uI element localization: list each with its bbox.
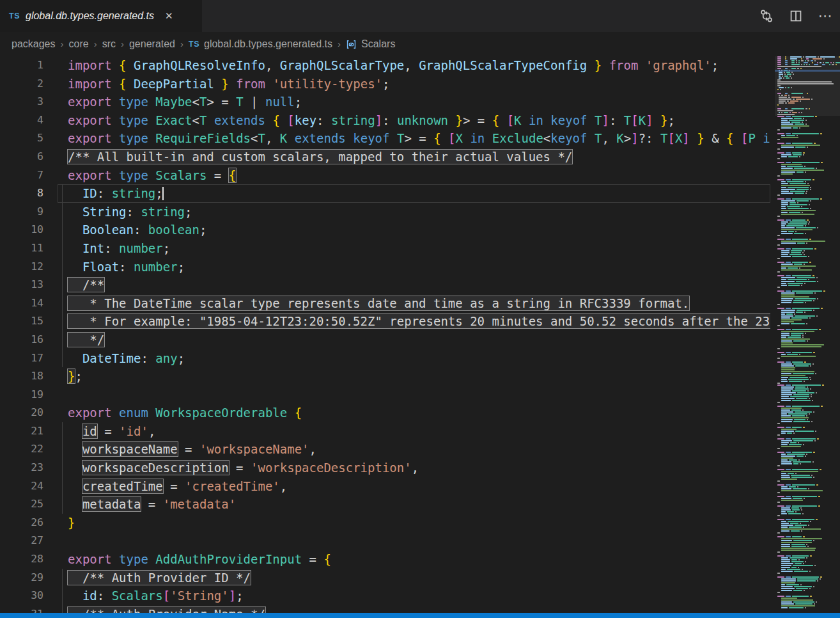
minimap-row (775, 398, 840, 399)
line-number[interactable]: 27 (0, 532, 58, 550)
code-line-27[interactable] (58, 532, 770, 550)
code-line-25[interactable]: metadata = 'metadata' (58, 495, 770, 514)
code-line-8[interactable]: ID: string; (58, 184, 770, 203)
text-cursor (162, 187, 164, 200)
code-line-4[interactable]: export type Exact<T extends { [key: stri… (58, 111, 770, 130)
line-number[interactable]: 21 (0, 422, 58, 441)
code-line-11[interactable]: Int: number; (58, 239, 770, 258)
code-line-15[interactable]: * For example: "1985-04-12T23:20:50.52Z"… (58, 312, 770, 331)
code-token: } (68, 516, 75, 530)
code-line-20[interactable]: export enum WorkspaceOrderable { (58, 404, 770, 422)
minimap-row (775, 292, 840, 294)
code-line-12[interactable]: Float: number; (58, 258, 770, 276)
line-number[interactable]: 15 (0, 312, 58, 331)
line-number[interactable]: 26 (0, 514, 58, 532)
code-line-17[interactable]: DateTime: any; (58, 349, 770, 368)
minimap-row (775, 108, 840, 109)
code-line-24[interactable]: createdTime = 'createdTime', (58, 477, 770, 496)
code-line-18[interactable]: }; (58, 367, 770, 386)
code-line-16[interactable]: */ (58, 331, 770, 349)
code-line-30[interactable]: id: Scalars['String']; (58, 587, 770, 605)
code-token (602, 58, 609, 72)
line-number[interactable]: 30 (0, 587, 58, 605)
minimap-row (775, 546, 840, 547)
code-line-2[interactable]: import { DeepPartial } from 'utility-typ… (58, 75, 770, 93)
line-number[interactable]: 1 (0, 56, 58, 75)
code-line-14[interactable]: * The DateTime scalar type represents da… (58, 294, 770, 313)
close-tab-icon[interactable]: ✕ (165, 10, 173, 22)
line-number[interactable]: 2 (0, 75, 58, 93)
minimap-row (775, 559, 840, 560)
line-number[interactable]: 7 (0, 166, 58, 185)
minimap-row (775, 79, 840, 81)
more-actions-icon[interactable]: ⋯ (818, 9, 832, 23)
breadcrumb-generated[interactable]: generated (129, 38, 175, 50)
line-number[interactable]: 6 (0, 148, 58, 166)
code-line-1[interactable]: import { GraphQLResolveInfo, GraphQLScal… (58, 56, 770, 75)
line-number[interactable]: 16 (0, 331, 58, 349)
code-token: X (456, 131, 463, 145)
minimap[interactable] (775, 56, 840, 618)
code-line-13[interactable]: /** (58, 276, 770, 294)
code-line-23[interactable]: workspaceDescription = 'workspaceDescrip… (58, 459, 770, 477)
code-token: , (412, 461, 419, 475)
tab-global-db-types-generated[interactable]: TS global.db.types.generated.ts ✕ (0, 0, 202, 32)
line-number-gutter[interactable]: 1234567891011121314151617181920212223242… (0, 56, 58, 618)
line-number[interactable]: 29 (0, 569, 58, 587)
line-number[interactable]: 18 (0, 367, 58, 386)
line-number[interactable]: 4 (0, 111, 58, 130)
line-number[interactable]: 3 (0, 93, 58, 111)
minimap-row (775, 254, 840, 255)
code-line-6[interactable]: /** All built-in and custom scalars, map… (58, 148, 770, 166)
line-number[interactable]: 17 (0, 349, 58, 368)
code-token: workspaceDescription (82, 461, 229, 475)
status-bar[interactable] (0, 613, 840, 618)
minimap-row (775, 463, 840, 464)
minimap-row (775, 70, 840, 71)
code-token: type (119, 113, 148, 127)
code-line-29[interactable]: /** Auth Provider ID */ (58, 569, 770, 587)
minimap-row (775, 164, 840, 165)
line-number[interactable]: 25 (0, 495, 58, 514)
code-line-10[interactable]: Boolean: boolean; (58, 221, 770, 239)
code-line-19[interactable] (58, 386, 770, 404)
line-number[interactable]: 5 (0, 129, 58, 148)
code-line-7[interactable]: export type Scalars = { (58, 166, 770, 185)
line-number[interactable]: 13 (0, 276, 58, 294)
code-line-5[interactable]: export type RequireFields<T, K extends k… (58, 129, 770, 148)
open-changes-icon[interactable] (759, 9, 774, 23)
line-number[interactable]: 10 (0, 221, 58, 239)
minimap-row (775, 62, 840, 63)
code-token: * For example: "1985-04-12T23:20:50.52Z"… (68, 314, 770, 328)
minimap-row (775, 129, 840, 131)
code-token: { (119, 77, 126, 91)
line-number[interactable]: 28 (0, 550, 58, 569)
line-number[interactable]: 20 (0, 404, 58, 422)
code-line-9[interactable]: String: string; (58, 203, 770, 221)
line-number[interactable]: 9 (0, 203, 58, 221)
code-editor[interactable]: 1234567891011121314151617181920212223242… (0, 56, 840, 618)
breadcrumb-src[interactable]: src (102, 38, 116, 50)
minimap-row (775, 563, 840, 564)
breadcrumb-file[interactable]: TS global.db.types.generated.ts (189, 38, 332, 50)
line-number[interactable]: 11 (0, 239, 58, 258)
code-line-28[interactable]: export type AddAuthProviderInput = { (58, 550, 770, 569)
line-number[interactable]: 8 (0, 184, 58, 203)
line-number[interactable]: 23 (0, 459, 58, 477)
breadcrumb-packages[interactable]: packages (12, 38, 56, 50)
minimap-row (775, 502, 840, 503)
code-line-26[interactable]: } (58, 514, 770, 532)
line-number[interactable]: 19 (0, 386, 58, 404)
code-line-22[interactable]: workspaceName = 'workspaceName', (58, 440, 770, 459)
line-number[interactable]: 12 (0, 258, 58, 276)
split-editor-icon[interactable] (789, 9, 803, 23)
breadcrumb-symbol-scalars[interactable]: Scalars (346, 38, 395, 50)
line-number[interactable]: 14 (0, 294, 58, 313)
line-number[interactable]: 22 (0, 440, 58, 459)
breadcrumb-core[interactable]: core (69, 38, 89, 50)
line-number[interactable]: 24 (0, 477, 58, 496)
code-line-3[interactable]: export type Maybe<T> = T | null; (58, 93, 770, 111)
minimap-row (775, 285, 840, 286)
code-lines[interactable]: import { GraphQLResolveInfo, GraphQLScal… (58, 56, 770, 618)
code-line-21[interactable]: id = 'id', (58, 422, 770, 441)
